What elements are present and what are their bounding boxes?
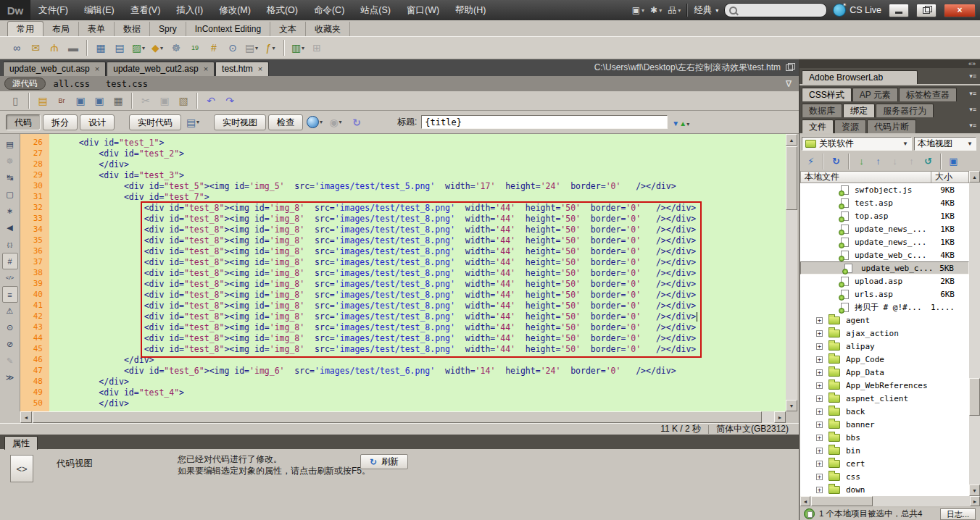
folder-item[interactable]: +aspnet_client xyxy=(800,392,969,405)
site-icon[interactable]: 品▾ xyxy=(668,4,681,17)
templates-icon[interactable]: ▥▾ xyxy=(288,39,307,56)
scroll-down-icon[interactable]: ▼ xyxy=(786,400,797,411)
folder-item[interactable]: +App_Code xyxy=(800,353,969,366)
insert-tab-InContext Editing[interactable]: InContext Editing xyxy=(186,22,270,36)
editor-vertical-scrollbar[interactable]: ▲ ▼ xyxy=(786,134,797,411)
related-file-test.css[interactable]: test.css xyxy=(106,79,148,89)
expand-icon[interactable]: + xyxy=(816,356,823,363)
scroll-left-icon[interactable]: ◄ xyxy=(20,411,32,423)
code-view-button[interactable]: 代码 xyxy=(6,114,41,130)
column-local-files[interactable]: 本地文件 xyxy=(801,171,931,183)
tab-绑定[interactable]: 绑定 xyxy=(843,104,875,117)
code-navigator-icon[interactable]: ☸ xyxy=(2,153,18,169)
copy-icon[interactable]: ▣ xyxy=(155,92,174,109)
restore-doc-icon[interactable] xyxy=(786,64,793,71)
inspect-button[interactable]: 检查 xyxy=(268,114,303,130)
redo-icon[interactable]: ↷ xyxy=(220,92,239,109)
tab-资源[interactable]: 资源 xyxy=(834,119,866,133)
save-icon[interactable]: ▣ xyxy=(71,92,90,109)
code-editor[interactable]: <div id="test_1"> <div id="test_2"> </di… xyxy=(49,134,786,411)
file-item[interactable]: swfobject.js9KB xyxy=(800,183,969,196)
expand-icon[interactable]: + xyxy=(816,369,823,376)
doc-tab-test.htm[interactable]: test.htm× xyxy=(215,62,269,76)
filter-icon[interactable]: ∇ xyxy=(786,79,799,89)
extend-icon[interactable]: ✱▾ xyxy=(650,5,662,15)
tab-AP 元素[interactable]: AP 元素 xyxy=(852,88,898,101)
tree-vertical-scrollbar[interactable]: ▲ ▼ xyxy=(969,171,980,496)
scroll-right-icon[interactable]: ► xyxy=(774,411,786,423)
horizontal-scroll-thumb[interactable] xyxy=(811,496,873,506)
folder-item[interactable]: +App_WebReferences xyxy=(800,379,969,392)
expand-icon[interactable]: + xyxy=(816,474,823,480)
restore-button[interactable] xyxy=(916,4,937,17)
date-icon[interactable]: 19 xyxy=(186,39,204,56)
expand-icon[interactable]: + xyxy=(816,330,823,337)
folder-item[interactable]: +agent xyxy=(800,314,969,327)
put-files-icon[interactable]: ↑ xyxy=(870,154,886,169)
line-numbers-icon[interactable]: # xyxy=(2,253,18,269)
insert-tab-布局[interactable]: 布局 xyxy=(43,22,79,36)
media-icon[interactable]: ◆▾ xyxy=(148,39,167,56)
synchronize-icon[interactable]: ↺ xyxy=(920,154,937,169)
refresh-design-view-icon[interactable]: ↻ xyxy=(347,114,366,131)
apply-comment-icon[interactable]: ⊙ xyxy=(2,319,18,336)
horizontal-rule-icon[interactable]: ▬ xyxy=(64,39,83,56)
minimize-button[interactable] xyxy=(889,4,909,17)
close-button[interactable]: × xyxy=(944,4,976,17)
check-out-icon[interactable]: ↓ xyxy=(886,154,903,169)
remove-comment-icon[interactable]: ⊘ xyxy=(2,336,18,353)
expand-icon[interactable]: + xyxy=(816,461,823,467)
scroll-up-icon[interactable]: ▲ xyxy=(969,171,980,183)
folder-item[interactable]: +css xyxy=(800,470,969,483)
menu-C[interactable]: 命令(C) xyxy=(306,0,352,20)
expand-panel-icon[interactable]: ▣ xyxy=(945,154,962,169)
images-icon[interactable]: ▨▾ xyxy=(129,39,148,56)
cs-live[interactable]: CS Live xyxy=(833,4,881,17)
source-code-button[interactable]: 源代码 xyxy=(4,77,46,90)
insert-tab-表单[interactable]: 表单 xyxy=(79,22,115,36)
search-box[interactable] xyxy=(724,3,827,17)
editor-horizontal-scrollbar[interactable]: ◄ ► xyxy=(20,411,786,423)
named-anchor-icon[interactable]: Ψ xyxy=(45,39,64,56)
more-options-icon[interactable]: ≫ xyxy=(2,369,18,386)
design-view-button[interactable]: 设计 xyxy=(80,114,115,130)
scroll-up-icon[interactable]: ▲ xyxy=(786,134,797,146)
check-browser-compatibility-icon[interactable]: ▤▾ xyxy=(183,114,202,131)
menu-F[interactable]: 文件(F) xyxy=(30,0,76,20)
collapse-panels-icon[interactable]: «» xyxy=(968,60,976,67)
format-source-code-icon[interactable]: ✎ xyxy=(2,353,18,369)
email-link-icon[interactable]: ✉ xyxy=(26,39,45,56)
panel-menu-icon[interactable]: ▾≡ xyxy=(969,106,976,113)
menu-S[interactable]: 站点(S) xyxy=(352,0,399,20)
expand-icon[interactable]: + xyxy=(816,395,823,402)
title-input[interactable] xyxy=(421,115,668,129)
folder-item[interactable]: +down xyxy=(800,483,969,496)
script-icon[interactable]: ƒ▾ xyxy=(261,39,280,56)
expand-all-icon[interactable]: ∗ xyxy=(2,203,18,219)
close-tab-icon[interactable]: × xyxy=(95,62,99,76)
menu-E[interactable]: 编辑(E) xyxy=(76,0,122,20)
tab-数据库[interactable]: 数据库 xyxy=(802,104,842,117)
insert-tab-常用[interactable]: 常用 xyxy=(7,21,43,36)
split-view-button[interactable]: 拆分 xyxy=(43,114,78,130)
panel-menu-icon[interactable]: ▾≡ xyxy=(969,72,976,80)
menu-O[interactable]: 格式(O) xyxy=(259,0,306,20)
live-view-button[interactable]: 实时视图 xyxy=(214,114,266,130)
file-item[interactable]: top.asp1KB xyxy=(800,209,969,222)
tag-chooser-icon[interactable]: ⊞ xyxy=(307,39,326,56)
preview-in-browser-icon[interactable]: ▾ xyxy=(305,114,324,131)
browse-in-bridge-icon[interactable]: Br xyxy=(52,92,71,109)
layout-switcher-icon[interactable]: ▣▾ xyxy=(632,5,644,15)
menu-W[interactable]: 窗口(W) xyxy=(399,0,447,20)
menu-I[interactable]: 插入(I) xyxy=(168,0,211,20)
expand-icon[interactable]: + xyxy=(816,408,823,415)
doc-tab-update_web_cut.asp[interactable]: update_web_cut.asp× xyxy=(3,62,106,76)
scroll-down-icon[interactable]: ▼ xyxy=(969,485,980,496)
tab-服务器行为[interactable]: 服务器行为 xyxy=(876,104,934,117)
syntax-error-alerts-icon[interactable]: ⚠ xyxy=(2,303,18,319)
workspace-switcher[interactable]: 经典▾ xyxy=(694,4,718,17)
insert-tab-文本[interactable]: 文本 xyxy=(270,22,306,36)
file-item[interactable]: test.asp4KB xyxy=(800,196,969,209)
insert-tab-Spry[interactable]: Spry xyxy=(150,22,186,36)
file-item[interactable]: 拷贝于 # @!#...1.... xyxy=(800,301,969,314)
